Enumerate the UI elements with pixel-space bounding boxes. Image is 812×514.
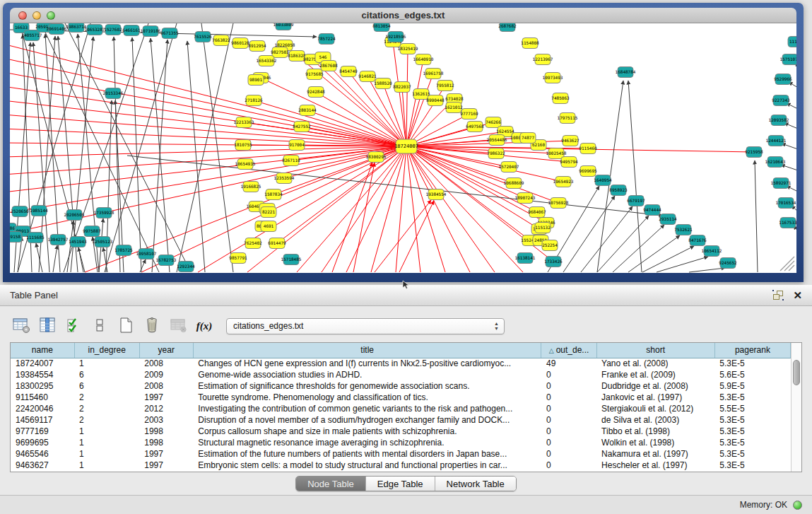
network-node[interactable]: 9975887: [83, 226, 101, 237]
network-node[interactable]: 6914479: [268, 238, 286, 249]
table-cell[interactable]: 2: [74, 414, 139, 426]
network-node[interactable]: 16782753: [156, 255, 177, 266]
table-cell[interactable]: Tourette syndrome. Phenomenology and cla…: [193, 392, 541, 403]
table-cell[interactable]: 1: [74, 448, 139, 460]
network-node[interactable]: 8427552: [293, 122, 311, 132]
table-cell[interactable]: 0: [541, 460, 596, 471]
network-node[interactable]: 18325419: [398, 44, 418, 54]
network-node[interactable]: 19654923: [553, 177, 574, 187]
network-node[interactable]: 1810755: [234, 140, 252, 151]
network-node[interactable]: 9860128: [231, 38, 249, 49]
network-node[interactable]: 13942757: [48, 235, 69, 245]
table-cell[interactable]: 0: [541, 392, 596, 403]
network-node[interactable]: 9699695: [579, 166, 597, 177]
network-node[interactable]: 12213363: [234, 117, 254, 128]
table-cell[interactable]: 2012: [139, 403, 193, 414]
table-cell[interactable]: 2: [74, 392, 139, 403]
tab-network-table[interactable]: Network Table: [435, 477, 516, 491]
table-cell[interactable]: 5.3E-5: [714, 414, 790, 426]
network-node[interactable]: 1167533: [779, 218, 796, 228]
network-edge[interactable]: [689, 268, 725, 272]
network-node[interactable]: 2803144: [298, 105, 317, 116]
network-edge[interactable]: [64, 23, 148, 272]
network-node[interactable]: 9115460: [579, 144, 597, 154]
network-edge[interactable]: [187, 41, 205, 272]
network-node[interactable]: 10756928: [548, 198, 569, 209]
table-cell[interactable]: 22420046: [11, 403, 74, 414]
network-node[interactable]: 1640954: [594, 175, 612, 186]
network-node[interactable]: 8958923: [609, 185, 628, 196]
network-node[interactable]: 17016534: [776, 198, 796, 209]
tab-edge-table[interactable]: Edge Table: [366, 477, 435, 491]
network-node[interactable]: 16033809: [273, 23, 294, 30]
table-cell[interactable]: Stergiakouli et al. (2012): [596, 403, 714, 414]
network-node[interactable]: 7625402: [244, 238, 262, 249]
network-node[interactable]: 917004: [289, 140, 305, 151]
network-node[interactable]: 18300295: [366, 152, 387, 163]
network-canvas[interactable]: 1663314055717205913120691406198637141065…: [10, 23, 796, 273]
network-edge[interactable]: [406, 49, 408, 146]
network-node[interactable]: 10688609: [504, 178, 524, 189]
network-node[interactable]: 6497568: [466, 122, 484, 132]
table-cell[interactable]: 5.3E-5: [714, 437, 790, 448]
network-edge[interactable]: [375, 200, 431, 272]
network-node[interactable]: 15751074: [780, 54, 796, 65]
network-node[interactable]: 11124: [788, 37, 796, 47]
network-edge[interactable]: [201, 23, 233, 272]
table-cell[interactable]: 5.3E-5: [714, 358, 790, 369]
network-node[interactable]: 2935114: [659, 214, 677, 225]
network-node[interactable]: 8822037: [393, 82, 411, 93]
network-node[interactable]: 39158: [10, 232, 22, 243]
network-edge[interactable]: [254, 100, 406, 146]
network-node[interactable]: 74877: [520, 133, 536, 144]
table-cell[interactable]: Embryonic stem cells: a model to study s…: [193, 460, 541, 471]
network-node[interactable]: 1733426: [544, 257, 563, 267]
float-panel-icon[interactable]: [773, 291, 783, 300]
network-node[interactable]: 10654112: [702, 246, 722, 257]
table-cell[interactable]: 1: [74, 358, 139, 369]
network-node[interactable]: 9463627: [561, 136, 579, 146]
network-node[interactable]: 16961758: [423, 69, 444, 79]
table-cell[interactable]: 1997: [139, 392, 193, 403]
network-node[interactable]: 9495794: [560, 157, 578, 168]
table-cell[interactable]: Structural magnetic resonance image aver…: [193, 437, 541, 448]
network-node[interactable]: 9671355: [160, 28, 179, 39]
table-cell[interactable]: 2009: [139, 369, 193, 380]
network-node[interactable]: 2687682: [498, 23, 517, 32]
table-cell[interactable]: 5.3E-5: [714, 460, 790, 471]
table-cell[interactable]: 19384554: [11, 369, 74, 380]
network-node[interactable]: 7532621: [674, 225, 693, 235]
network-edge[interactable]: [152, 40, 167, 272]
network-edge[interactable]: [10, 100, 406, 146]
table-cell[interactable]: Disruption of a novel member of a sodium…: [193, 414, 541, 426]
table-cell[interactable]: Investigating the contribution of common…: [193, 403, 541, 414]
network-node[interactable]: 16848784: [616, 67, 636, 78]
table-cell[interactable]: 1: [74, 460, 139, 471]
table-row[interactable]: 2242004622012Investigating the contribut…: [11, 403, 791, 414]
table-cell[interactable]: 0: [541, 426, 596, 437]
network-node[interactable]: 1587834: [264, 189, 283, 200]
network-edge[interactable]: [782, 144, 796, 149]
network-edge[interactable]: [353, 163, 375, 272]
table-cell[interactable]: 0: [541, 369, 596, 380]
network-node[interactable]: 9245652: [719, 258, 737, 269]
network-node[interactable]: 7663822: [212, 35, 230, 46]
table-cell[interactable]: Estimation of the future numbers of pati…: [193, 448, 541, 460]
network-edge[interactable]: [127, 156, 663, 216]
network-node[interactable]: 19166825: [241, 182, 261, 192]
table-cell[interactable]: 5.6E-5: [714, 369, 790, 380]
network-edge[interactable]: [406, 146, 445, 272]
network-node[interactable]: 10958107: [136, 249, 157, 259]
resize-grip[interactable]: [780, 257, 794, 271]
tab-node-table[interactable]: Node Table: [296, 477, 366, 491]
table-cell[interactable]: Franke et al. (2009): [596, 369, 714, 380]
table-cell[interactable]: 5.3E-5: [714, 392, 790, 403]
show-columns-button[interactable]: [37, 316, 57, 336]
network-node[interactable]: 12444121: [766, 136, 787, 146]
table-row[interactable]: 977716911998Corpus callosum shape and si…: [11, 426, 791, 437]
column-header-out-de-[interactable]: △out_de...: [541, 343, 596, 358]
network-node[interactable]: 19218596: [386, 32, 406, 42]
network-node[interactable]: 1292344: [177, 262, 195, 272]
table-row[interactable]: 946554611997Estimation of the future num…: [11, 448, 791, 460]
network-node[interactable]: 2718126: [245, 95, 263, 106]
